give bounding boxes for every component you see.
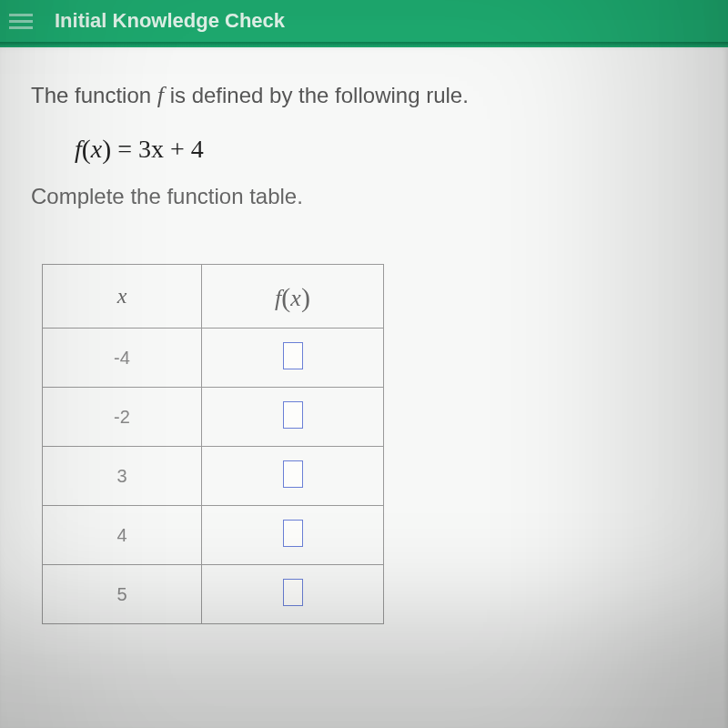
question-instruction: Complete the function table.: [31, 184, 697, 209]
fx-input-cell: [202, 447, 384, 506]
x-value-cell: 4: [43, 506, 202, 565]
hamburger-menu-icon[interactable]: [9, 14, 33, 29]
fx-input-cell: [202, 565, 384, 624]
intro-text-post: is defined by the following rule.: [164, 83, 469, 107]
function-rule-equation: f(x) = 3x + 4: [75, 133, 697, 164]
x-value-cell: -2: [43, 388, 202, 447]
fx-input-cell: [202, 506, 384, 565]
equation-rhs: 3x + 4: [138, 135, 204, 163]
answer-input[interactable]: [283, 401, 303, 429]
fx-input-cell: [202, 388, 384, 447]
header-title: Initial Knowledge Check: [55, 9, 285, 33]
column-header-fx: f(x): [202, 265, 384, 329]
table-row: 3: [43, 447, 384, 506]
table-header-row: x f(x): [43, 265, 384, 329]
table-row: -4: [43, 329, 384, 388]
app-header: Initial Knowledge Check: [0, 0, 728, 42]
question-panel: The function f is defined by the followi…: [0, 47, 728, 728]
x-value-cell: 5: [43, 565, 202, 624]
column-header-x: x: [43, 265, 202, 329]
function-name: f: [157, 82, 164, 108]
x-value-cell: -4: [43, 329, 202, 388]
fx-input-cell: [202, 329, 384, 388]
table-row: 4: [43, 506, 384, 565]
question-intro: The function f is defined by the followi…: [31, 82, 697, 109]
function-table: x f(x) -4 -2 3 4 5: [42, 264, 384, 624]
table-row: -2: [43, 388, 384, 447]
answer-input[interactable]: [283, 342, 303, 369]
answer-input[interactable]: [283, 579, 303, 606]
x-value-cell: 3: [43, 447, 202, 506]
answer-input[interactable]: [283, 460, 303, 488]
table-row: 5: [43, 565, 384, 624]
answer-input[interactable]: [283, 520, 303, 547]
intro-text-pre: The function: [31, 83, 157, 107]
